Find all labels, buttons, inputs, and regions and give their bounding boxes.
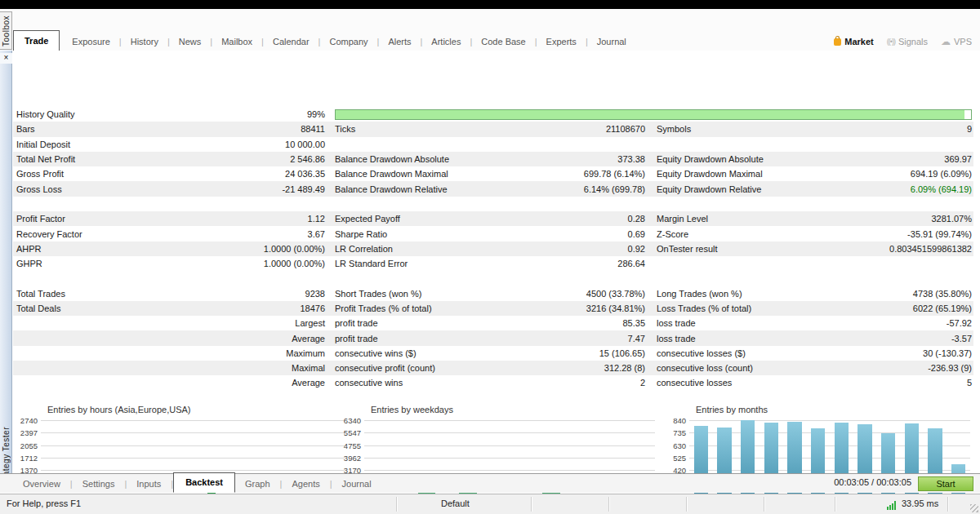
tab-exposure[interactable]: Exposure	[63, 33, 118, 51]
signals-button[interactable]: ((•))Signals	[887, 37, 928, 47]
y-axis-tick-label: 2397	[10, 428, 38, 437]
stats-gap-row	[13, 197, 973, 211]
stat-value: 5	[864, 378, 973, 388]
stat-label: GHPR	[13, 259, 245, 268]
status-profile[interactable]: Default	[441, 498, 470, 508]
toolbox-vertical-tab[interactable]: Toolbox	[0, 11, 12, 50]
tab-journal[interactable]: Journal	[588, 33, 635, 51]
y-axis-tick-label: 1712	[10, 454, 38, 463]
strategy-tester-strip: × Strategy Tester	[0, 51, 12, 493]
stat-label: LR Correlation	[327, 244, 539, 254]
tab-articles[interactable]: Articles	[422, 33, 470, 51]
close-icon[interactable]: ×	[0, 53, 12, 64]
tester-tab-graph[interactable]: Graph	[235, 475, 280, 493]
chart-title: Entries by hours (Asia,Europe,USA)	[47, 405, 190, 414]
stats-row: Gross Loss-21 489.49Balance Drawdown Rel…	[13, 181, 973, 196]
signals-icon: ((•))	[887, 38, 895, 46]
vps-button[interactable]: ☁VPS	[941, 37, 972, 47]
stat-value: 24 036.35	[245, 169, 327, 179]
tab-code-base[interactable]: Code Base	[472, 33, 534, 51]
stats-row: Total Net Profit2 546.86Balance Drawdown…	[13, 152, 973, 166]
stat-value: 0.803451599861382	[864, 244, 973, 254]
stats-row: Averageconsecutive wins2consecutive loss…	[13, 375, 973, 390]
gridline	[41, 432, 345, 433]
statusbar-separator	[947, 497, 949, 512]
stat-value: 9238	[245, 289, 327, 299]
tester-tab-overview[interactable]: Overview	[13, 475, 70, 493]
stat-value: 1.0000 (0.00%)	[245, 259, 327, 268]
stat-label: consecutive wins ($)	[327, 348, 539, 358]
stat-value: 3281.07%	[864, 214, 973, 224]
metatrader-window: TradeExposure|History|News|Mailbox|Calen…	[0, 0, 980, 514]
stat-label: profit trade	[327, 318, 539, 328]
tester-tab-journal[interactable]: Journal	[332, 475, 381, 493]
market-label: Market	[844, 37, 873, 47]
stat-value: 373.38	[539, 154, 650, 164]
stat-value: -57.92	[864, 318, 973, 328]
statusbar-separator	[608, 497, 610, 512]
tester-tab-backtest[interactable]: Backtest	[173, 472, 235, 493]
tab-experts[interactable]: Experts	[537, 33, 586, 51]
stats-row: Recovery Factor3.67Sharpe Ratio0.69Z-Sco…	[13, 226, 973, 241]
tester-tab-agents[interactable]: Agents	[282, 475, 329, 493]
stat-value: 1.0000 (0.00%)	[245, 244, 327, 254]
start-button[interactable]: Start	[918, 476, 973, 491]
stats-gap-row	[13, 271, 973, 286]
stat-value: 9	[864, 124, 973, 134]
stat-value: 3216 (34.81%)	[539, 304, 650, 313]
stats-row: Averageprofit trade7.47loss trade-3.57	[13, 330, 973, 345]
stat-label: consecutive wins	[327, 378, 539, 388]
stat-label: History Quality	[13, 109, 245, 119]
chart-title: Entries by months	[696, 405, 768, 414]
tab-company[interactable]: Company	[320, 33, 376, 51]
stat-value: 3.67	[245, 229, 327, 239]
tab-news[interactable]: News	[170, 33, 211, 51]
backtest-report-panel: History Quality99%Bars88411Ticks21108670…	[0, 51, 980, 473]
stat-label: Total Deals	[13, 304, 245, 313]
statusbar-separator	[835, 497, 836, 512]
stats-row: Total Trades9238Short Trades (won %)4500…	[13, 286, 973, 301]
stat-label: Expected Payoff	[327, 214, 539, 224]
market-button[interactable]: Market	[834, 37, 873, 47]
y-axis-tick-label: 4755	[333, 441, 361, 450]
tab-alerts[interactable]: Alerts	[379, 33, 420, 51]
tab-mailbox[interactable]: Mailbox	[212, 33, 261, 51]
stat-value: 99%	[245, 109, 327, 119]
tab-calendar[interactable]: Calendar	[264, 33, 318, 51]
gridline	[364, 458, 655, 459]
vps-cloud-icon: ☁	[941, 38, 951, 46]
stat-label: Equity Drawdown Absolute	[650, 154, 864, 164]
stat-label: AHPR	[13, 244, 245, 254]
backtest-stats-table: History Quality99%Bars88411Ticks21108670…	[13, 107, 973, 391]
gridline	[364, 432, 655, 433]
stat-label: consecutive losses	[650, 378, 864, 388]
statusbar-separator	[396, 497, 398, 512]
resize-grip-icon[interactable]	[970, 504, 978, 512]
stat-value: 10 000.00	[245, 140, 327, 149]
stat-value: 4500 (33.78%)	[539, 289, 650, 299]
stat-label: Balance Drawdown Absolute	[327, 154, 539, 164]
stat-value: 2	[539, 378, 650, 388]
stat-value: 369.97	[864, 154, 973, 164]
stat-label: Z-Score	[650, 229, 864, 239]
stats-row: GHPR1.0000 (0.00%)LR Standard Error286.6…	[13, 256, 973, 271]
toolbox-tabbar: TradeExposure|History|News|Mailbox|Calen…	[13, 29, 635, 51]
gridline	[41, 445, 345, 446]
stat-label: consecutive loss (count)	[650, 363, 864, 373]
gridline	[364, 420, 655, 421]
stat-value: Maximum	[245, 348, 327, 358]
stat-value: 88411	[245, 124, 327, 134]
stat-label: loss trade	[650, 318, 864, 328]
tab-history[interactable]: History	[122, 33, 167, 51]
stat-label: Initial Deposit	[13, 140, 245, 149]
tab-trade[interactable]: Trade	[13, 30, 60, 51]
stat-value: 312.28 (8)	[539, 363, 650, 373]
history-quality-progress-bar	[335, 109, 972, 120]
stat-value: 7.47	[539, 334, 650, 343]
tester-tab-inputs[interactable]: Inputs	[127, 475, 171, 493]
stat-value: 6.09% (694.19)	[864, 184, 973, 194]
stat-value: 699.78 (6.14%)	[539, 169, 650, 179]
stat-value: 6.14% (699.78)	[539, 184, 650, 194]
stat-label: Sharpe Ratio	[327, 229, 539, 239]
tester-tab-settings[interactable]: Settings	[73, 475, 125, 493]
